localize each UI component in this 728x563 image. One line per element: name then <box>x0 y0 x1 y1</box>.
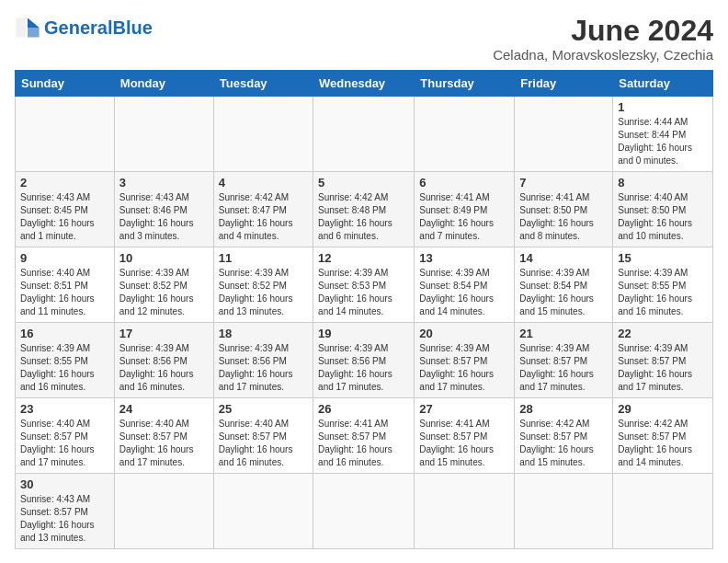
day-info: Sunrise: 4:39 AM Sunset: 8:56 PM Dayligh… <box>219 342 308 394</box>
weekday-row: SundayMondayTuesdayWednesdayThursdayFrid… <box>16 71 713 97</box>
calendar-cell: 15Sunrise: 4:39 AM Sunset: 8:55 PM Dayli… <box>613 247 713 323</box>
day-number: 15 <box>618 251 708 265</box>
day-info: Sunrise: 4:43 AM Sunset: 8:46 PM Dayligh… <box>119 191 209 243</box>
calendar-cell: 22Sunrise: 4:39 AM Sunset: 8:57 PM Dayli… <box>613 323 713 398</box>
day-info: Sunrise: 4:39 AM Sunset: 8:57 PM Dayligh… <box>519 342 608 394</box>
calendar-cell: 14Sunrise: 4:39 AM Sunset: 8:54 PM Dayli… <box>515 247 613 323</box>
calendar-week-2: 2Sunrise: 4:43 AM Sunset: 8:45 PM Daylig… <box>16 172 713 247</box>
calendar-cell: 5Sunrise: 4:42 AM Sunset: 8:48 PM Daylig… <box>313 172 415 247</box>
day-number: 8 <box>618 176 708 190</box>
day-number: 9 <box>20 251 109 265</box>
calendar-cell: 25Sunrise: 4:40 AM Sunset: 8:57 PM Dayli… <box>213 398 313 474</box>
calendar-cell: 17Sunrise: 4:39 AM Sunset: 8:56 PM Dayli… <box>114 323 213 398</box>
calendar-cell <box>114 97 213 172</box>
day-info: Sunrise: 4:39 AM Sunset: 8:53 PM Dayligh… <box>318 267 409 318</box>
calendar-cell: 7Sunrise: 4:41 AM Sunset: 8:50 PM Daylig… <box>515 172 613 247</box>
calendar-cell: 21Sunrise: 4:39 AM Sunset: 8:57 PM Dayli… <box>515 323 613 398</box>
day-info: Sunrise: 4:43 AM Sunset: 8:45 PM Dayligh… <box>20 191 109 243</box>
calendar-cell <box>415 474 515 549</box>
day-number: 13 <box>419 251 509 265</box>
calendar-cell: 2Sunrise: 4:43 AM Sunset: 8:45 PM Daylig… <box>16 172 115 247</box>
calendar-week-4: 16Sunrise: 4:39 AM Sunset: 8:55 PM Dayli… <box>16 323 713 398</box>
weekday-header-saturday: Saturday <box>613 71 713 97</box>
weekday-header-tuesday: Tuesday <box>213 71 313 97</box>
day-info: Sunrise: 4:42 AM Sunset: 8:48 PM Dayligh… <box>318 191 409 243</box>
day-number: 1 <box>618 100 708 114</box>
day-number: 5 <box>318 176 409 190</box>
svg-marker-1 <box>28 28 40 38</box>
day-info: Sunrise: 4:39 AM Sunset: 8:57 PM Dayligh… <box>618 342 708 394</box>
day-info: Sunrise: 4:39 AM Sunset: 8:54 PM Dayligh… <box>519 267 608 318</box>
svg-marker-0 <box>28 18 40 29</box>
calendar-cell: 8Sunrise: 4:40 AM Sunset: 8:50 PM Daylig… <box>613 172 713 247</box>
calendar-week-6: 30Sunrise: 4:43 AM Sunset: 8:57 PM Dayli… <box>16 474 713 549</box>
calendar-cell: 26Sunrise: 4:41 AM Sunset: 8:57 PM Dayli… <box>313 398 415 474</box>
weekday-header-sunday: Sunday <box>16 71 115 97</box>
calendar-cell <box>114 474 213 549</box>
weekday-header-monday: Monday <box>114 71 213 97</box>
calendar-header: SundayMondayTuesdayWednesdayThursdayFrid… <box>16 71 713 97</box>
day-info: Sunrise: 4:39 AM Sunset: 8:56 PM Dayligh… <box>119 342 209 394</box>
day-info: Sunrise: 4:39 AM Sunset: 8:54 PM Dayligh… <box>419 267 509 318</box>
calendar-cell <box>515 474 613 549</box>
calendar-week-3: 9Sunrise: 4:40 AM Sunset: 8:51 PM Daylig… <box>16 247 713 323</box>
day-info: Sunrise: 4:39 AM Sunset: 8:52 PM Dayligh… <box>119 267 209 318</box>
day-info: Sunrise: 4:39 AM Sunset: 8:57 PM Dayligh… <box>419 342 509 394</box>
day-number: 12 <box>318 251 409 265</box>
page-header: GeneralBlue June 2024 Celadna, Moravskos… <box>15 15 713 63</box>
calendar-cell <box>16 97 115 172</box>
day-number: 3 <box>119 176 209 190</box>
weekday-header-friday: Friday <box>515 71 613 97</box>
calendar-cell: 9Sunrise: 4:40 AM Sunset: 8:51 PM Daylig… <box>16 247 115 323</box>
day-number: 29 <box>618 402 708 416</box>
logo: GeneralBlue <box>15 15 153 40</box>
day-number: 7 <box>519 176 608 190</box>
svg-rect-2 <box>16 18 26 38</box>
day-number: 4 <box>219 176 308 190</box>
day-number: 19 <box>318 327 409 340</box>
day-info: Sunrise: 4:44 AM Sunset: 8:44 PM Dayligh… <box>618 116 708 167</box>
day-number: 17 <box>119 327 209 340</box>
weekday-header-thursday: Thursday <box>415 71 515 97</box>
calendar-cell <box>313 97 415 172</box>
day-info: Sunrise: 4:40 AM Sunset: 8:57 PM Dayligh… <box>219 418 308 469</box>
day-info: Sunrise: 4:42 AM Sunset: 8:57 PM Dayligh… <box>618 418 708 469</box>
weekday-header-wednesday: Wednesday <box>313 71 415 97</box>
day-number: 27 <box>419 402 509 416</box>
day-info: Sunrise: 4:41 AM Sunset: 8:49 PM Dayligh… <box>419 191 509 243</box>
day-info: Sunrise: 4:40 AM Sunset: 8:51 PM Dayligh… <box>20 267 109 318</box>
day-number: 24 <box>119 402 209 416</box>
calendar-cell: 18Sunrise: 4:39 AM Sunset: 8:56 PM Dayli… <box>213 323 313 398</box>
calendar-cell: 28Sunrise: 4:42 AM Sunset: 8:57 PM Dayli… <box>515 398 613 474</box>
calendar-cell: 19Sunrise: 4:39 AM Sunset: 8:56 PM Dayli… <box>313 323 415 398</box>
day-number: 21 <box>519 327 608 340</box>
day-info: Sunrise: 4:39 AM Sunset: 8:52 PM Dayligh… <box>219 267 308 318</box>
calendar-body: 1Sunrise: 4:44 AM Sunset: 8:44 PM Daylig… <box>16 97 713 549</box>
calendar-title: June 2024 <box>493 15 713 47</box>
day-info: Sunrise: 4:42 AM Sunset: 8:47 PM Dayligh… <box>219 191 308 243</box>
day-number: 11 <box>219 251 308 265</box>
logo-icon <box>15 15 40 40</box>
calendar-cell: 3Sunrise: 4:43 AM Sunset: 8:46 PM Daylig… <box>114 172 213 247</box>
calendar-subtitle: Celadna, Moravskoslezsky, Czechia <box>493 47 713 63</box>
day-number: 2 <box>20 176 109 190</box>
calendar-cell: 6Sunrise: 4:41 AM Sunset: 8:49 PM Daylig… <box>415 172 515 247</box>
day-number: 30 <box>20 477 109 491</box>
calendar-cell: 20Sunrise: 4:39 AM Sunset: 8:57 PM Dayli… <box>415 323 515 398</box>
day-number: 10 <box>119 251 209 265</box>
day-number: 22 <box>618 327 708 340</box>
calendar-week-1: 1Sunrise: 4:44 AM Sunset: 8:44 PM Daylig… <box>16 97 713 172</box>
calendar-cell <box>213 474 313 549</box>
calendar-cell: 13Sunrise: 4:39 AM Sunset: 8:54 PM Dayli… <box>415 247 515 323</box>
day-info: Sunrise: 4:40 AM Sunset: 8:57 PM Dayligh… <box>20 418 109 469</box>
day-number: 28 <box>519 402 608 416</box>
day-info: Sunrise: 4:39 AM Sunset: 8:55 PM Dayligh… <box>618 267 708 318</box>
calendar-cell <box>213 97 313 172</box>
day-number: 25 <box>219 402 308 416</box>
title-block: June 2024 Celadna, Moravskoslezsky, Czec… <box>493 15 713 63</box>
day-info: Sunrise: 4:40 AM Sunset: 8:50 PM Dayligh… <box>618 191 708 243</box>
day-info: Sunrise: 4:41 AM Sunset: 8:50 PM Dayligh… <box>519 191 608 243</box>
calendar-cell: 12Sunrise: 4:39 AM Sunset: 8:53 PM Dayli… <box>313 247 415 323</box>
day-number: 26 <box>318 402 409 416</box>
day-info: Sunrise: 4:39 AM Sunset: 8:55 PM Dayligh… <box>20 342 109 394</box>
